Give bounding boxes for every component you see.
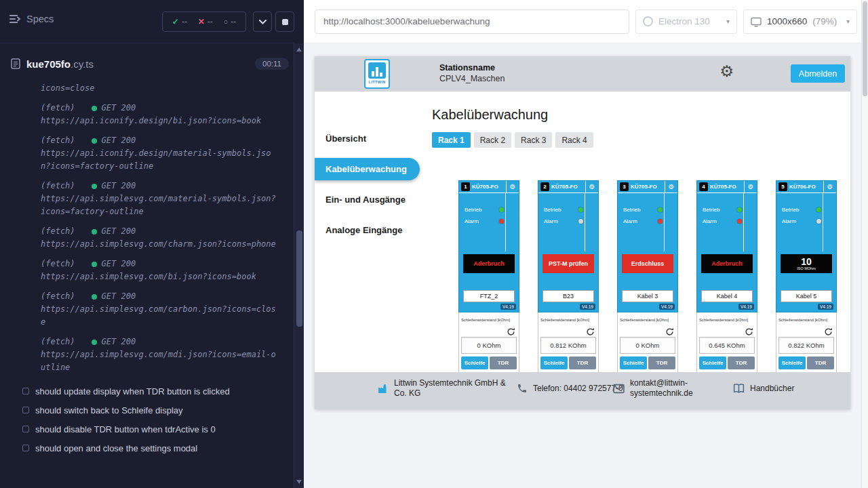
- response-ok-dot: [92, 138, 97, 144]
- tdr-button[interactable]: TDR: [569, 357, 596, 369]
- scroll-up-arrow[interactable]: [296, 47, 302, 52]
- command-log-entry[interactable]: (fetch)GET 200 https://api.simplesvg.com…: [41, 290, 276, 329]
- stat-passed: ✓ --: [172, 17, 187, 26]
- device-model: KÜ705-FO: [708, 184, 744, 190]
- settings-gear-icon[interactable]: ⚙: [719, 64, 734, 79]
- url-text: http://localhost:3000/kabelueberwachung: [323, 16, 490, 26]
- specs-label: Specs: [26, 14, 54, 24]
- check-icon: ✓: [172, 17, 179, 26]
- status-display: Aderbruch: [701, 254, 753, 273]
- browser-selector[interactable]: Electron 130 ▾: [635, 9, 737, 34]
- test-item[interactable]: should update display when TDR button is…: [0, 382, 294, 401]
- response-ok-dot: [92, 294, 97, 300]
- scrollbar-thumb[interactable]: [296, 230, 302, 327]
- command-log: icons=close (fetch)GET 200 https://api.i…: [41, 82, 276, 374]
- address-bar[interactable]: http://localhost:3000/kabelueberwachung: [315, 9, 629, 34]
- browser-label: Electron 130: [658, 16, 710, 26]
- card-settings-button[interactable]: ⚙: [665, 181, 677, 193]
- refresh-icon[interactable]: [665, 327, 674, 336]
- app-preview: LITTWIN Stationsname CPLV4_Maschen ⚙ Abm…: [315, 56, 850, 409]
- scrollbar-thumb[interactable]: [863, 1, 867, 96]
- measurement-value: 0.812 KOhm: [540, 337, 596, 354]
- specs-toggle-button[interactable]: Specs: [9, 14, 54, 24]
- device-card: 2 KÜ705-FO ⚙ Betrieb Alarm PST-M prüfen: [538, 180, 599, 372]
- nav-item-uebersicht[interactable]: Übersicht: [315, 123, 420, 154]
- tab-rack-2[interactable]: Rack 2: [474, 132, 511, 148]
- chevron-down-icon: ▾: [846, 18, 850, 25]
- response-ok-dot: [92, 106, 97, 111]
- tdr-button[interactable]: TDR: [807, 357, 834, 369]
- station-name: CPLV4_Maschen: [439, 73, 505, 84]
- request-url: https://api.iconify.design/material-symb…: [41, 147, 276, 173]
- collapse-runner-button[interactable]: [253, 12, 272, 32]
- spec-file-row[interactable]: kue705fo .cy.ts 00:11: [11, 53, 289, 75]
- nav-item-kabelueberwachung[interactable]: Kabelüberwachung: [315, 158, 420, 180]
- test-item[interactable]: should disable TDR button when tdrActive…: [0, 420, 294, 439]
- schleife-button[interactable]: Schleife: [461, 357, 488, 369]
- tdr-button[interactable]: TDR: [728, 357, 755, 369]
- page-scrollbar[interactable]: [861, 0, 868, 488]
- measurement-label: Schleifenwiderstand [kOhm]: [461, 318, 517, 322]
- spec-file-icon: [11, 58, 20, 69]
- alarm-led: [578, 219, 583, 224]
- gear-icon: ⚙: [510, 184, 516, 190]
- firmware-version: V4.19: [580, 304, 595, 310]
- runner-scrollbar[interactable]: [294, 43, 304, 488]
- test-collapsed-icon: [22, 407, 29, 413]
- measurement-label: Schleifenwiderstand [kOhm]: [699, 318, 755, 322]
- viewport-zoom: (79%): [812, 16, 837, 26]
- nav-item-ein-ausgaenge[interactable]: Ein- und Ausgänge: [315, 184, 420, 215]
- device-model: KÜ705-FO: [470, 184, 506, 190]
- device-card: 1 KÜ705-FO ⚙ Betrieb Alarm Aderbruch: [458, 180, 519, 372]
- stop-run-button[interactable]: [275, 12, 294, 32]
- command-log-entry[interactable]: (fetch)GET 200 https://api.simplesvg.com…: [41, 180, 276, 218]
- schleife-button[interactable]: Schleife: [778, 357, 806, 369]
- firmware-version: V4.19: [500, 304, 516, 310]
- phone-icon: [517, 383, 528, 394]
- betrieb-led: [737, 207, 742, 212]
- response-ok-dot: [92, 340, 97, 345]
- schleife-button[interactable]: Schleife: [699, 357, 726, 369]
- device-model: KÜ705-FO: [549, 184, 585, 190]
- device-card: 4 KÜ705-FO ⚙ Betrieb Alarm Aderbruch: [696, 180, 757, 372]
- command-log-entry[interactable]: (fetch)GET 200 https://api.simplesvg.com…: [41, 225, 276, 251]
- viewport-selector[interactable]: 1000x660 (79%) ▾: [743, 9, 857, 34]
- card-settings-button[interactable]: ⚙: [823, 181, 836, 193]
- email-icon: [613, 384, 625, 394]
- test-item[interactable]: should switch back to Schleife display: [0, 401, 294, 420]
- test-collapsed-icon: [22, 426, 29, 432]
- test-list: should update display when TDR button is…: [0, 382, 294, 458]
- schleife-button[interactable]: Schleife: [620, 357, 647, 369]
- tab-rack-1[interactable]: Rack 1: [432, 132, 471, 148]
- footer-email[interactable]: kontakt@littwin-systemtechnik.de: [613, 372, 701, 405]
- tab-rack-4[interactable]: Rack 4: [555, 132, 593, 148]
- refresh-icon[interactable]: [586, 327, 595, 336]
- command-log-entry[interactable]: (fetch)GET 200 https://api.simplesvg.com…: [41, 336, 276, 374]
- page-title: Kabelüberwachung: [432, 107, 850, 123]
- test-collapsed-icon: [22, 445, 29, 451]
- command-log-entry[interactable]: (fetch)GET 200 https://api.simplesvg.com…: [41, 258, 276, 283]
- firmware-version: V4.19: [659, 304, 675, 310]
- device-card: 5 KÜ706-FO ⚙ Betrieb Alarm 10 ISO MOhm: [776, 180, 837, 372]
- card-settings-button[interactable]: ⚙: [585, 181, 598, 193]
- request-url: https://api.simplesvg.com/mdi.json?icons…: [41, 348, 276, 374]
- footer-manuals[interactable]: Handbücher: [733, 372, 794, 405]
- refresh-icon[interactable]: [745, 327, 753, 336]
- cross-icon: ✕: [198, 17, 205, 26]
- test-item[interactable]: should open and close the settings modal: [0, 439, 294, 458]
- command-log-entry[interactable]: (fetch)GET 200 https://api.iconify.desig…: [41, 134, 276, 173]
- refresh-icon[interactable]: [507, 327, 515, 336]
- scroll-down-arrow[interactable]: [296, 480, 302, 484]
- tdr-button[interactable]: TDR: [490, 357, 517, 369]
- nav-item-analoge-eingaenge[interactable]: Analoge Eingänge: [315, 215, 420, 245]
- card-settings-button[interactable]: ⚙: [744, 181, 757, 193]
- card-settings-button[interactable]: ⚙: [506, 181, 519, 193]
- logout-button[interactable]: Abmelden: [791, 64, 845, 83]
- tdr-button[interactable]: TDR: [648, 357, 675, 369]
- command-log-entry[interactable]: (fetch)GET 200 https://api.iconify.desig…: [41, 102, 276, 127]
- betrieb-led: [499, 207, 504, 212]
- footer-company: Littwin Systemtechnik GmbH & Co. KG: [377, 372, 515, 405]
- tab-rack-3[interactable]: Rack 3: [515, 132, 552, 148]
- schleife-button[interactable]: Schleife: [540, 357, 568, 369]
- refresh-icon[interactable]: [824, 327, 833, 336]
